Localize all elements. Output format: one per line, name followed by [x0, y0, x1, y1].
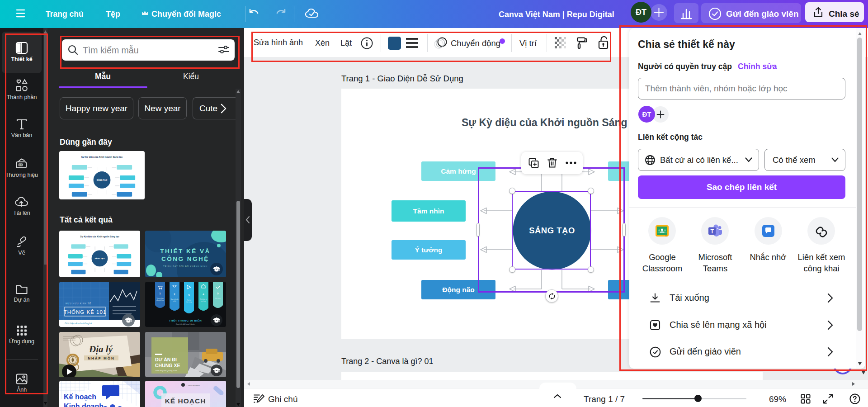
svg-text:THIẾT KẾ VÀ: THIẾT KẾ VÀ: [160, 248, 211, 255]
svg-text:Ý tưởng: Ý tưởng: [415, 246, 443, 254]
svg-text:Đặt hàng: Đặt hàng: [215, 298, 221, 299]
svg-text:Địa lý: Địa lý: [89, 344, 113, 355]
svg-text:mô tả: mô tả: [173, 300, 176, 302]
svg-text:gửi thay: gửi thay: [201, 300, 206, 302]
svg-text:Giới thiệu về môn thống kê: Giới thiệu về môn thống kê: [65, 322, 92, 325]
svg-text:CÔNG NGHỆ: CÔNG NGHỆ: [161, 256, 209, 262]
svg-text:Tầm nhìn: Tầm nhìn: [413, 207, 444, 215]
svg-text:THỜI TRANG ĐI BIỂN: THỜI TRANG ĐI BIỂN: [169, 319, 202, 322]
svg-text:NHẬP MÔN: NHẬP MÔN: [88, 356, 114, 360]
svg-text:Kinh doanh: Kinh doanh: [64, 402, 104, 407]
svg-text:Trình bày bởi Quang Tuấn: Trình bày bởi Quang Tuấn: [155, 369, 178, 372]
svg-text:SÁNG TẠO: SÁNG TẠO: [97, 179, 108, 181]
svg-text:HƯU HƯU KINH TẾ: HƯU HƯU KINH TẾ: [66, 302, 91, 305]
svg-text:Quy trình đặt hàng 5 bước: Quy trình đặt hàng 5 bước: [176, 323, 195, 325]
svg-text:THỐNG KÊ 101: THỐNG KÊ 101: [64, 309, 106, 315]
svg-text:Sự Kỳ diệu của Khởi nguồn Sáng: Sự Kỳ diệu của Khởi nguồn Sáng tạo: [80, 236, 119, 238]
svg-text:thời trang: thời trang: [186, 301, 192, 303]
svg-text:CHUNG XE: CHUNG XE: [155, 363, 180, 368]
svg-text:Sự Kỳ diệu của Khởi nguồn Sáng: Sự Kỳ diệu của Khởi nguồn Sáng tạo: [81, 156, 123, 158]
svg-text:Cảm hứng: Cảm hứng: [441, 167, 476, 175]
svg-text:Động não: Động não: [442, 286, 474, 293]
svg-text:KẾ HOẠCH: KẾ HOẠCH: [165, 397, 206, 405]
svg-text:SÁNG TẠO: SÁNG TẠO: [94, 257, 105, 260]
svg-text:mẫu phù hợp: mẫu phù hợp: [156, 299, 164, 301]
svg-text:DỰ ÁN ĐI: DỰ ÁN ĐI: [155, 357, 177, 363]
svg-text:TRÌNH BÀY BỞI ĐỖ KHÁNH MINH: TRÌNH BÀY BỞI ĐỖ KHÁNH MINH: [163, 265, 208, 268]
svg-text:Kế hoạch: Kế hoạch: [64, 393, 96, 401]
svg-text:Canva Business: Canva Business: [187, 384, 200, 387]
